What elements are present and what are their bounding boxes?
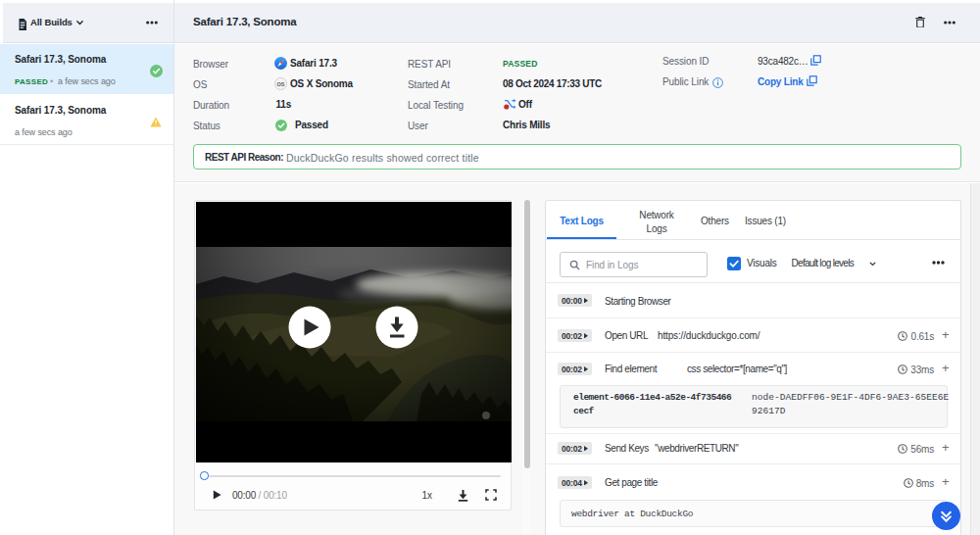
svg-text:OS: OS: [277, 81, 285, 87]
